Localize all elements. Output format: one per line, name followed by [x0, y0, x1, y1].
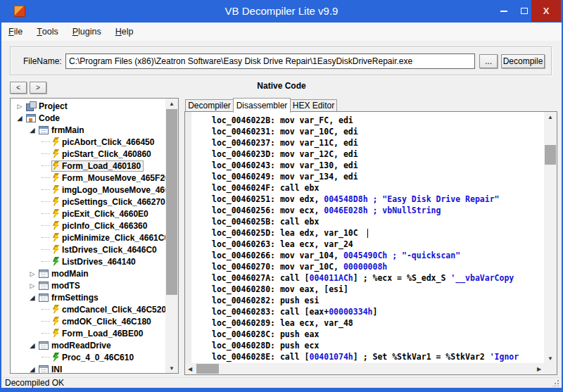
code-gutter: [185, 112, 191, 363]
browse-button[interactable]: ...: [479, 54, 498, 68]
tree-item-frmMain[interactable]: ◢frmMain: [11, 124, 165, 136]
tree-item-modReadDrive[interactable]: ◢modReadDrive: [11, 339, 165, 351]
tree-item-imgLogo_MouseMove_466000[interactable]: imgLogo_MouseMove_466000: [11, 184, 165, 196]
code-icon: [26, 114, 36, 122]
event-icon: [53, 137, 59, 146]
asm-line: loc_0046028E: call [00401074h] ; Set %St…: [212, 351, 544, 362]
tree-item-label: modTS: [51, 281, 80, 291]
asm-line: loc_00460231: mov var_10C, edi: [212, 126, 544, 137]
collapsed-icon[interactable]: ▷: [27, 269, 37, 279]
tree-item-label: picInfo_Click_466360: [62, 221, 147, 231]
tree-item-cmdCancel_Click_46C520[interactable]: cmdCancel_Click_46C520: [11, 303, 165, 315]
minimize-button[interactable]: [494, 0, 514, 22]
scroll-down-icon[interactable]: ▼: [544, 353, 557, 363]
tree-item-picInfo_Click_466360[interactable]: picInfo_Click_466360: [11, 220, 165, 232]
tree-item-INI[interactable]: ◢INI: [11, 363, 165, 374]
tree-item-Form_Load_460180[interactable]: Form_Load_460180: [11, 160, 165, 172]
tree-item-Form_MouseMove_465F20[interactable]: Form_MouseMove_465F20: [11, 172, 165, 184]
tree-item-Proc_4_0_46C610[interactable]: Proc_4_0_46C610: [11, 351, 165, 363]
resize-grip-icon[interactable]: [552, 379, 559, 386]
scrollbar-thumb[interactable]: [545, 145, 556, 165]
event-icon: [53, 173, 59, 182]
tree-item-label: frmSettings: [51, 293, 99, 303]
asm-line: loc_0046025D: lea edx, var_10C: [212, 227, 544, 239]
asm-line: loc_00460243: mov var_130, edi: [212, 160, 544, 171]
asm-line: loc_0046023D: mov var_12C, edi: [212, 148, 544, 160]
asm-line: loc_00460249: mov var_134, edi: [212, 171, 544, 182]
tree-item-ListDrives_464140[interactable]: ListDrives_464140: [11, 255, 165, 267]
tab-hex-editor[interactable]: HEX Editor: [290, 99, 337, 112]
tree-item-lstDrives_Click_4646C0[interactable]: lstDrives_Click_4646C0: [11, 244, 165, 255]
tab-disassembler[interactable]: Disassembler: [233, 98, 291, 113]
expanded-icon[interactable]: ◢: [27, 341, 37, 350]
decompile-button[interactable]: Decompile: [501, 54, 545, 68]
tree-item-label: picSettings_Click_466270: [62, 197, 165, 207]
status-bar: Decompiled OK: [1, 377, 562, 388]
title-bar[interactable]: VB Decompiler Lite v9.9 X: [0, 0, 563, 23]
asm-line: loc_0046028D: push ecx: [212, 340, 544, 351]
code-lines[interactable]: loc_0046022B: mov var_FC, ediloc_0046023…: [191, 115, 544, 363]
tree-vertical-scrollbar[interactable]: ▲ ▼: [165, 99, 178, 373]
module-icon: [39, 341, 49, 350]
collapsed-icon[interactable]: ▷: [27, 281, 37, 291]
menu-item-plugins[interactable]: Plugins: [65, 23, 108, 41]
expanded-icon[interactable]: ◢: [27, 293, 37, 303]
menu-item-tools[interactable]: Tools: [30, 23, 65, 41]
code-vertical-scrollbar[interactable]: ▲ ▼: [544, 112, 557, 363]
expanded-icon[interactable]: ◢: [27, 365, 37, 374]
tree-item-label: Form_Load_46BE00: [62, 329, 143, 339]
scrollbar-thumb[interactable]: [166, 109, 177, 295]
tree-item-label: picMinimize_Click_4661C0: [62, 233, 169, 243]
asm-line: loc_00460282: push esi: [212, 295, 544, 306]
tree-item-modMain[interactable]: ▷modMain: [11, 267, 165, 279]
tree-item-label: Project: [39, 101, 68, 111]
event-icon: [53, 197, 59, 206]
expanded-icon[interactable]: ◢: [27, 125, 37, 135]
expanded-icon[interactable]: ◢: [15, 113, 25, 123]
tree-item-modTS[interactable]: ▷modTS: [11, 279, 165, 291]
tree-item-label: imgLogo_MouseMove_466000: [62, 185, 179, 195]
menu-item-file[interactable]: File: [1, 23, 30, 41]
tree-connector: [42, 177, 50, 178]
asm-line: loc_0046027A: call [004011ACh] ; %ecx = …: [212, 272, 544, 284]
tree-item-Project[interactable]: ▷Project: [11, 100, 165, 112]
tree-item-label: Form_Load_460180: [62, 161, 141, 171]
menu-item-help[interactable]: Help: [108, 23, 141, 41]
menu-bar: FileToolsPluginsHelp: [1, 23, 562, 41]
tree-item-label: cmdOK_Click_46C180: [62, 317, 151, 327]
tree-item-label: Proc_4_0_46C610: [62, 353, 134, 362]
tree-connector: [42, 237, 50, 238]
proc-icon: [53, 257, 59, 266]
event-icon: [53, 149, 59, 158]
tree-connector: [42, 165, 50, 166]
scrollbar-thumb[interactable]: [196, 364, 219, 374]
proc-icon: [53, 353, 59, 362]
scroll-left-icon[interactable]: ◀: [185, 363, 195, 374]
scroll-up-icon[interactable]: ▲: [165, 99, 178, 108]
window-title: VB Decompiler Lite v9.9: [0, 0, 563, 23]
tree-connector: [42, 153, 50, 154]
tree-item-cmdOK_Click_46C180[interactable]: cmdOK_Click_46C180: [11, 315, 165, 327]
tree-item-picStart_Click_460860[interactable]: picStart_Click_460860: [11, 148, 165, 160]
tree-item-picAbort_Click_466450[interactable]: picAbort_Click_466450: [11, 136, 165, 148]
module-icon: [39, 282, 49, 290]
close-button[interactable]: X: [531, 0, 561, 22]
tree-item-Code[interactable]: ◢Code: [11, 112, 165, 124]
filename-input[interactable]: [65, 53, 475, 69]
code-horizontal-scrollbar[interactable]: ◀ ▶: [185, 363, 544, 374]
collapsed-icon[interactable]: ▷: [15, 101, 25, 111]
tree-connector: [42, 201, 50, 202]
scroll-up-icon[interactable]: ▲: [544, 112, 557, 122]
scroll-right-icon[interactable]: ▶: [534, 363, 544, 374]
event-icon: [53, 161, 59, 170]
tree-item-picExit_Click_4660E0[interactable]: picExit_Click_4660E0: [11, 208, 165, 220]
scroll-down-icon[interactable]: ▼: [165, 363, 178, 373]
disassembler-panel[interactable]: loc_0046022B: mov var_FC, ediloc_0046023…: [184, 111, 557, 375]
tree-item-Form_Load_46BE00[interactable]: Form_Load_46BE00: [11, 327, 165, 339]
tree-item-picSettings_Click_466270[interactable]: picSettings_Click_466270: [11, 196, 165, 208]
tab-decompiler[interactable]: Decompiler: [185, 99, 234, 112]
event-icon: [53, 185, 59, 194]
tree-item-picMinimize_Click_4661C0[interactable]: picMinimize_Click_4661C0: [11, 232, 165, 244]
tree-item-frmSettings[interactable]: ◢frmSettings: [11, 291, 165, 303]
event-icon: [53, 329, 59, 338]
